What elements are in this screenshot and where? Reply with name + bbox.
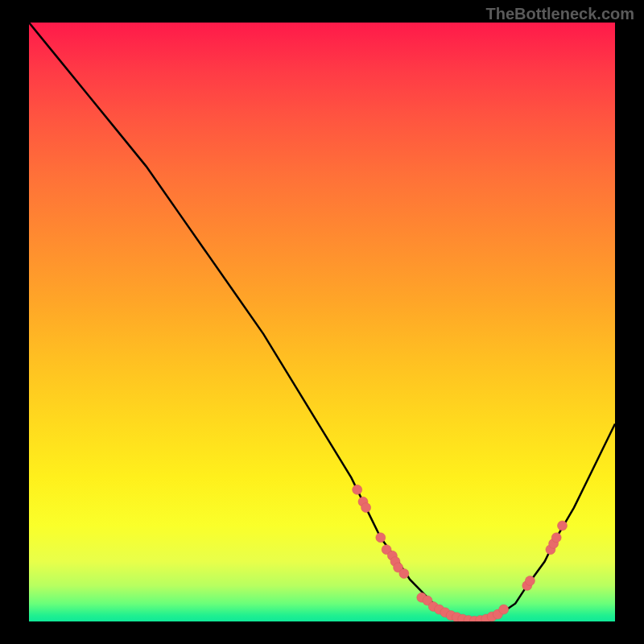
curve-markers-group xyxy=(353,485,568,621)
curve-marker xyxy=(376,533,386,543)
chart-svg xyxy=(29,23,615,621)
bottleneck-curve xyxy=(29,23,615,621)
curve-marker xyxy=(353,485,362,494)
curve-marker xyxy=(558,521,568,530)
curve-marker xyxy=(499,605,509,614)
watermark-text: TheBottleneck.com xyxy=(486,5,634,23)
curve-marker xyxy=(525,576,535,585)
curve-marker xyxy=(361,503,371,513)
curve-marker xyxy=(551,533,561,543)
chart-plot-area xyxy=(29,23,615,621)
curve-marker xyxy=(399,569,409,579)
